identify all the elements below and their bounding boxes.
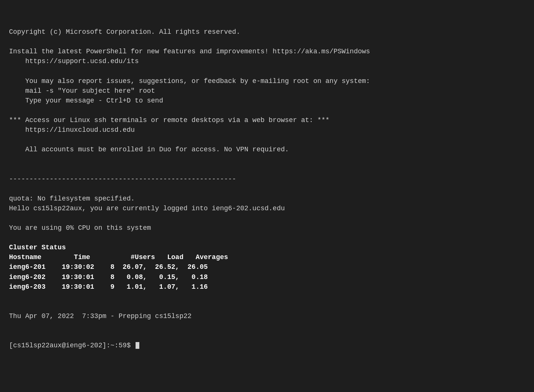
terminal-line: https://support.ucsd.edu/its [9, 56, 525, 66]
terminal-line [9, 154, 525, 164]
terminal-line [9, 66, 525, 76]
terminal-line: ----------------------------------------… [9, 174, 525, 184]
terminal-line: Hello cs15lsp22aux, you are currently lo… [9, 204, 525, 213]
terminal-prompt: [cs15lsp22aux@ieng6-202]:~:59$ [9, 341, 135, 350]
terminal-line: Hostname Time #Users Load Averages [9, 252, 525, 262]
terminal-line: Thu Apr 07, 2022 7:33pm - Prepping cs15l… [9, 311, 525, 321]
terminal-line [9, 233, 525, 243]
terminal-line: quota: No filesystem specified. [9, 194, 525, 204]
terminal-line: mail -s "Your subject here" root [9, 86, 525, 96]
terminal-prompt-line: [cs15lsp22aux@ieng6-202]:~:59$ [9, 341, 525, 350]
terminal-line [9, 135, 525, 145]
terminal-line [9, 106, 525, 115]
terminal-cursor [136, 342, 139, 349]
terminal-line [9, 184, 525, 194]
terminal-line: Type your message - Ctrl+D to send [9, 96, 525, 106]
terminal-line [9, 37, 525, 47]
terminal-line: *** Access our Linux ssh terminals or re… [9, 115, 525, 125]
terminal-line: ieng6-203 19:30:01 9 1.01, 1.07, 1.16 [9, 282, 525, 292]
terminal-output: Copyright (c) Microsoft Corporation. All… [9, 8, 525, 360]
terminal-line [9, 302, 525, 311]
terminal-line: You are using 0% CPU on this system [9, 223, 525, 233]
terminal-line [9, 213, 525, 223]
terminal-lines: Copyright (c) Microsoft Corporation. All… [9, 27, 525, 321]
terminal-line: All accounts must be enrolled in Duo for… [9, 145, 525, 154]
terminal-line [9, 164, 525, 174]
terminal-line [9, 292, 525, 302]
terminal-line: ieng6-202 19:30:01 8 0.08, 0.15, 0.18 [9, 272, 525, 282]
terminal-line: ieng6-201 19:30:02 8 26.07, 26.52, 26.05 [9, 262, 525, 272]
terminal-line: https://linuxcloud.ucsd.edu [9, 125, 525, 135]
terminal-line: You may also report issues, suggestions,… [9, 76, 525, 86]
terminal-line: Copyright (c) Microsoft Corporation. All… [9, 27, 525, 37]
terminal-line: Cluster Status [9, 243, 525, 252]
terminal-line: Install the latest PowerShell for new fe… [9, 47, 525, 56]
